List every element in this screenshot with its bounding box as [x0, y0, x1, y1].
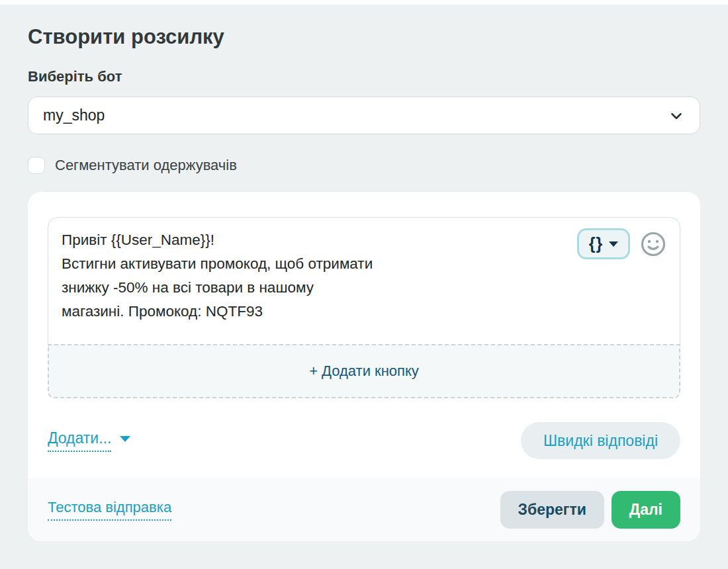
segment-checkbox[interactable]: [28, 157, 45, 174]
test-send-link[interactable]: Тестова відправка: [48, 499, 171, 521]
message-card-body: Привіт {{User_Name}}! Встигни активувати…: [28, 192, 700, 459]
save-button[interactable]: Зберегти: [500, 491, 604, 529]
insert-variable-button[interactable]: {}: [577, 228, 630, 259]
add-more-label: Додати...: [48, 429, 111, 452]
footer-buttons: Зберегти Далі: [500, 491, 680, 529]
segment-checkbox-label: Сегментувати одержувачів: [55, 157, 237, 174]
smiley-icon: [640, 231, 666, 257]
page-title: Створити розсилку: [28, 25, 700, 49]
add-button-zone[interactable]: + Додати кнопку: [48, 344, 680, 398]
braces-icon: {}: [589, 236, 603, 252]
message-line: Привіт {{User_Name}}!: [62, 228, 666, 252]
quick-replies-button[interactable]: Швидкі відповіді: [521, 422, 680, 459]
emoji-picker-button[interactable]: [640, 231, 666, 257]
card-footer: Тестова відправка Зберегти Далі: [28, 478, 700, 541]
bot-select-value: my_shop: [43, 107, 105, 124]
create-broadcast-page: Створити розсилку Виберіть бот my_shop С…: [0, 25, 728, 541]
message-input[interactable]: Привіт {{User_Name}}! Встигни активувати…: [48, 217, 680, 344]
top-edge-strip: [0, 0, 728, 5]
message-line: магазині. Промокод: NQTF93: [62, 300, 666, 324]
chevron-down-icon: [668, 107, 685, 124]
message-card: Привіт {{User_Name}}! Встигни активувати…: [28, 192, 700, 541]
composer-actions-row: Додати... Швидкі відповіді: [48, 422, 680, 459]
bot-select-label: Виберіть бот: [28, 68, 700, 85]
message-line: знижку -50% на всі товари в нашому: [62, 276, 666, 300]
segment-checkbox-row: Сегментувати одержувачів: [28, 157, 700, 174]
next-button[interactable]: Далі: [612, 491, 680, 529]
message-toolbar: {}: [577, 228, 666, 259]
add-button-label: + Додати кнопку: [309, 363, 419, 380]
caret-down-icon: [120, 436, 130, 442]
add-more-dropdown-link[interactable]: Додати...: [48, 429, 130, 452]
caret-down-icon: [609, 241, 618, 247]
message-line: Встигни активувати промокод, щоб отримат…: [62, 252, 666, 276]
bot-select-dropdown[interactable]: my_shop: [28, 97, 700, 134]
